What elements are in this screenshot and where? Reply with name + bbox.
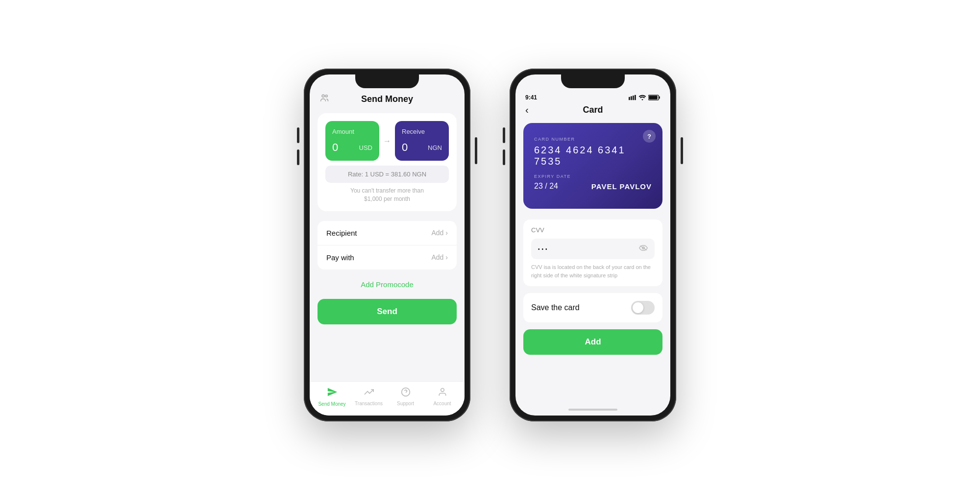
card-number: 6234 4624 6341 7535 [534, 145, 652, 167]
volume-up-button-2[interactable] [503, 127, 505, 143]
rate-box: Rate: 1 USD = 381.60 NGN [325, 166, 449, 183]
amount-label: Amount [332, 128, 372, 135]
amount-section: Amount 0 USD → Receive 0 NGN [318, 113, 457, 211]
recipient-row[interactable]: Recipient Add › [318, 221, 457, 245]
volume-down-button[interactable] [297, 149, 299, 165]
svg-rect-5 [629, 97, 630, 100]
chevron-icon: › [445, 229, 448, 237]
page-title-card: Card [583, 105, 603, 115]
home-indicator [515, 406, 670, 416]
promo-text[interactable]: Add Promocode [361, 280, 414, 289]
account-tab-icon [438, 387, 447, 399]
svg-rect-8 [635, 95, 636, 100]
tab-support[interactable]: Support [387, 387, 424, 406]
pay-with-label: Pay with [326, 253, 354, 262]
recipient-label: Recipient [326, 229, 357, 237]
recipient-add[interactable]: Add › [431, 229, 448, 237]
notch-2 [561, 74, 625, 88]
tab-transactions[interactable]: Transactions [350, 387, 387, 406]
save-card-section: Save the card [523, 293, 662, 322]
phone-2: 9:41 ‹ Card ? CARD NUMBER [510, 69, 676, 421]
svg-point-4 [441, 389, 444, 392]
status-icons [629, 95, 661, 100]
cvv-value[interactable]: ••• [538, 246, 549, 252]
receive-currency: NGN [428, 144, 442, 151]
svg-point-1 [325, 95, 327, 97]
tab-label-transactions: Transactions [355, 401, 383, 406]
chevron-icon-2: › [445, 253, 448, 261]
amount-value: 0 [332, 141, 338, 154]
credit-card: ? CARD NUMBER 6234 4624 6341 7535 EXPIRY… [523, 123, 662, 209]
card-section: ? CARD NUMBER 6234 4624 6341 7535 EXPIRY… [523, 123, 662, 209]
cvv-section: CVV ••• CVV isa is located on the back o… [523, 220, 662, 286]
svg-rect-7 [633, 96, 634, 100]
receive-box[interactable]: Receive 0 NGN [395, 121, 449, 161]
add-button[interactable]: Add [523, 329, 662, 355]
pay-with-row[interactable]: Pay with Add › [318, 245, 457, 270]
tab-send-money[interactable]: Send Money [314, 387, 350, 407]
amount-box[interactable]: Amount 0 USD [325, 121, 379, 161]
back-button[interactable]: ‹ [525, 104, 529, 116]
cvv-hint: CVV isa is located on the back of your c… [531, 263, 655, 279]
save-card-label: Save the card [531, 303, 580, 312]
tab-label-send-money: Send Money [318, 401, 345, 407]
cvv-input-row[interactable]: ••• [531, 239, 655, 259]
notch [355, 74, 419, 88]
amount-currency: USD [359, 144, 372, 151]
card-header: ‹ Card [515, 101, 670, 119]
status-bar: 9:41 [515, 89, 670, 101]
limit-text: You can't transfer more than$1,000 per m… [325, 187, 449, 203]
tab-label-support: Support [397, 401, 414, 406]
send-button[interactable]: Send [318, 299, 457, 324]
pay-with-add[interactable]: Add › [431, 253, 448, 261]
volume-up-button[interactable] [297, 127, 299, 143]
card-help-icon[interactable]: ? [643, 130, 656, 143]
power-button-2[interactable] [681, 137, 683, 164]
tab-bar: Send Money Transactions [310, 381, 465, 416]
power-button[interactable] [475, 137, 477, 164]
eye-icon[interactable] [639, 245, 648, 253]
support-tab-icon [401, 387, 411, 399]
card-expiry: 23 / 24 [534, 182, 558, 191]
send-money-header: Send Money [310, 89, 465, 108]
tab-label-account: Account [433, 401, 451, 406]
arrow-icon: → [383, 137, 391, 146]
toggle-knob [633, 302, 643, 313]
status-time: 9:41 [525, 94, 537, 101]
rate-text: Rate: 1 USD = 381.60 NGN [348, 171, 426, 178]
svg-point-0 [322, 95, 324, 97]
svg-rect-6 [631, 96, 632, 100]
card-holder-name: PAVEL PAVLOV [591, 182, 652, 191]
save-card-toggle[interactable] [631, 301, 655, 315]
receive-label: Receive [402, 128, 442, 135]
receive-value: 0 [402, 141, 408, 154]
home-bar [568, 409, 617, 411]
svg-rect-11 [659, 97, 660, 99]
promo-section[interactable]: Add Promocode [318, 280, 457, 289]
cvv-label: CVV [531, 226, 655, 234]
card-expiry-label: EXPIRY DATE [534, 174, 652, 179]
send-money-tab-icon [327, 387, 338, 400]
tab-account[interactable]: Account [424, 387, 461, 406]
form-section: Recipient Add › Pay with Add › [318, 221, 457, 270]
volume-down-button-2[interactable] [503, 149, 505, 165]
svg-rect-10 [649, 96, 658, 99]
phone-1: Send Money Amount 0 USD → Receive [304, 69, 470, 421]
people-icon[interactable] [319, 93, 329, 105]
card-number-label: CARD NUMBER [534, 137, 652, 142]
transactions-tab-icon [364, 387, 374, 399]
page-title: Send Money [361, 94, 413, 104]
